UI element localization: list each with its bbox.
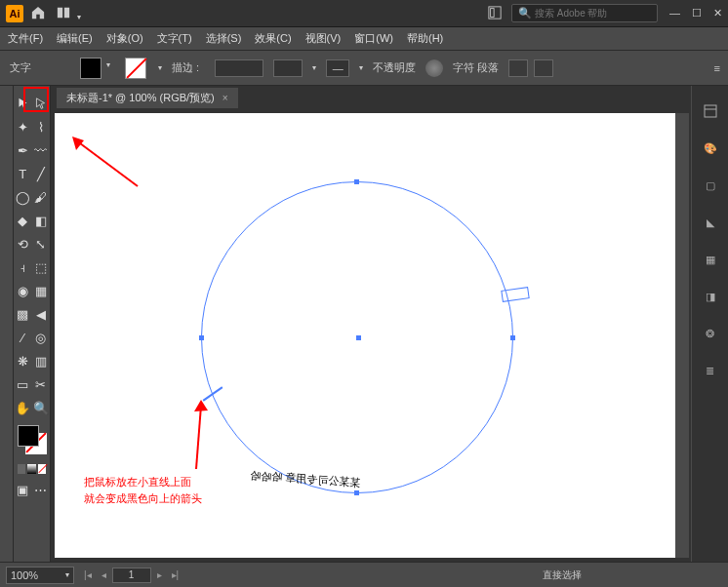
current-tool-label: 直接选择 [543,568,582,582]
maximize-button[interactable]: ☐ [692,7,702,20]
eraser-tool[interactable]: ◧ [32,209,51,232]
free-transform-tool[interactable]: ⬚ [32,255,51,279]
menu-help[interactable]: 帮助(H) [407,31,443,46]
stroke-weight[interactable] [215,59,263,77]
zoom-tool[interactable]: 🔍 [32,396,51,419]
type-tool[interactable]: T [14,162,32,185]
libraries-panel-icon[interactable]: ▢ [701,176,720,195]
graph-tool[interactable]: ▥ [32,349,51,372]
svg-rect-0 [58,7,62,18]
para-panel-icon[interactable] [534,59,553,77]
menu-edit[interactable]: 编辑(E) [57,31,93,46]
last-page-button[interactable]: ▸| [168,569,183,580]
document-tab[interactable]: 未标题-1* @ 100% (RGB/预览) × [57,88,238,108]
menu-window[interactable]: 窗口(W) [354,31,393,46]
align-left-icon[interactable] [508,59,528,77]
shape-builder-tool[interactable]: ◉ [14,279,32,302]
search-input[interactable] [535,8,651,19]
brushes-panel-icon[interactable]: ▦ [701,250,720,269]
close-button[interactable]: ✕ [713,7,722,20]
screen-mode[interactable]: ▣ [14,478,32,501]
right-panels: 🎨 ▢ ◣ ▦ ◨ ❂ ≣ [691,86,728,562]
next-page-button[interactable]: ▸ [153,569,166,580]
canvas[interactable]: 某某公司专用章 哈哈哈 把鼠标放在小直线上面 就会变成黑色向上的箭头 [55,113,675,558]
fill-stroke-indicator[interactable] [18,425,47,454]
search-field[interactable]: 🔍 [511,4,658,22]
line-tool[interactable]: ╱ [32,162,51,185]
center-point [356,335,361,340]
svg-rect-3 [491,8,495,17]
text-cursor-indicator [501,287,529,302]
shaper-tool[interactable]: ◆ [14,209,32,232]
char-para-label[interactable]: 字符 段落 [453,60,499,75]
menu-file[interactable]: 文件(F) [8,31,43,46]
edit-toolbar[interactable]: ⋯ [32,478,51,501]
paintbrush-tool[interactable]: 🖌 [32,185,51,209]
rotate-tool[interactable]: ⟲ [14,232,32,255]
tools-panel: ✦ ⌇ ✒ 〰 T ╱ ◯ 🖌 ◆ ◧ ⟲ ⤡ ⫞ ⬚ ◉ ▦ [14,86,51,562]
menu-object[interactable]: 对象(O) [106,31,143,46]
prev-page-button[interactable]: ◂ [98,569,110,580]
curvature-tool[interactable]: 〰 [32,138,51,162]
menu-effect[interactable]: 效果(C) [255,31,291,46]
slice-tool[interactable]: ✂ [32,372,51,396]
swatches-panel-icon[interactable]: ◣ [701,213,720,232]
mode-label: 文字 [10,60,31,75]
workspace-switcher[interactable]: ▾ [55,6,81,21]
mesh-tool[interactable]: ▩ [14,302,32,326]
stroke-profile[interactable] [273,59,303,77]
layers-panel-icon[interactable]: ≣ [701,361,720,380]
menu-type[interactable]: 文字(T) [157,31,192,46]
properties-panel-icon[interactable] [701,101,720,121]
app-logo: Ai [6,5,23,22]
blend-tool[interactable]: ◎ [32,326,51,349]
doc-layout-icon[interactable] [488,6,502,21]
menu-select[interactable]: 选择(S) [206,31,242,46]
opacity-label: 不透明度 [373,60,416,75]
left-strip [0,86,14,562]
eyedropper-tool[interactable]: ⁄ [14,326,32,349]
width-tool[interactable]: ⫞ [14,255,32,279]
stroke-label: 描边 : [172,60,199,75]
status-bar: 100%▾ |◂ ◂ 1 ▸ ▸| 直接选择 [0,562,728,587]
artboard-tool[interactable]: ▭ [14,372,32,396]
home-icon[interactable] [31,6,45,21]
scale-tool[interactable]: ⤡ [32,232,51,255]
magic-wand-tool[interactable]: ✦ [14,115,32,138]
color-panel-icon[interactable]: 🎨 [701,138,720,158]
stroke-panel-icon[interactable]: ◨ [701,287,720,306]
anchor-bottom[interactable] [354,490,359,495]
fill-swatch[interactable] [80,58,101,79]
perspective-tool[interactable]: ▦ [32,279,51,302]
gradient-tool[interactable]: ◀ [32,302,51,326]
first-page-button[interactable]: |◂ [80,569,96,580]
page-number[interactable]: 1 [112,567,151,583]
vertical-scrollbar[interactable] [675,113,689,558]
ellipse-tool[interactable]: ◯ [14,185,32,209]
panel-menu-icon[interactable]: ≡ [714,62,718,74]
red-arrow-2 [167,396,225,474]
anchor-right[interactable] [510,335,515,340]
anchor-left[interactable] [199,335,204,340]
svg-rect-1 [64,7,69,18]
close-tab-icon[interactable]: × [222,93,228,103]
minimize-button[interactable]: — [669,7,680,20]
red-arrow-1 [64,133,142,191]
pen-tool[interactable]: ✒ [14,138,32,162]
color-mode-row[interactable] [18,464,46,474]
anchor-top[interactable] [354,179,359,184]
lasso-tool[interactable]: ⌇ [32,115,51,138]
recolor-icon[interactable] [425,59,443,77]
highlight-box [23,87,49,112]
stroke-swatch[interactable] [125,58,146,79]
doc-tab-title: 未标题-1* @ 100% (RGB/预览) [66,91,215,105]
search-icon: 🔍 [518,7,532,20]
symbol-tool[interactable]: ❋ [14,349,32,372]
zoom-selector[interactable]: 100%▾ [6,567,74,584]
control-bar: 文字 ▾ 描边 : ▾ — ▾ 不透明度 字符 段落 ≡ [0,51,728,86]
brush-def[interactable]: — [326,59,349,77]
symbols-panel-icon[interactable]: ❂ [701,324,720,343]
menu-view[interactable]: 视图(V) [305,31,342,46]
hand-tool[interactable]: ✋ [14,396,32,419]
annotation-text: 把鼠标放在小直线上面 就会变成黑色向上的箭头 [84,474,202,507]
